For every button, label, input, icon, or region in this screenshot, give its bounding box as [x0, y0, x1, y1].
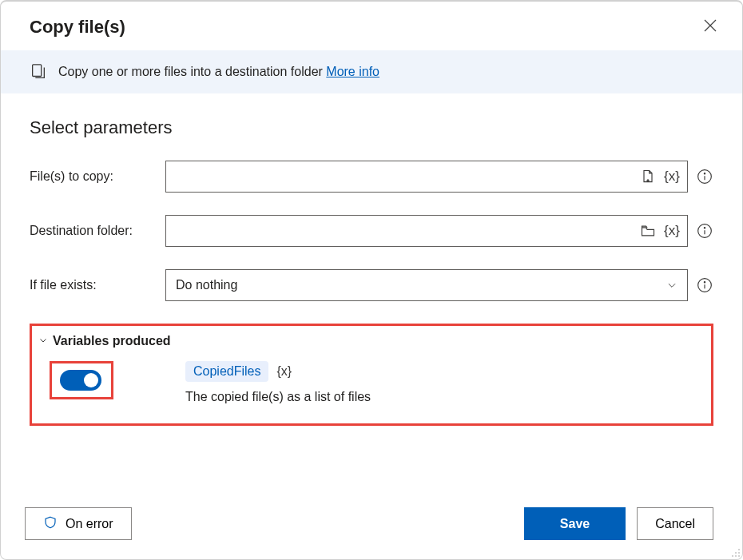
info-icon[interactable]	[696, 222, 713, 240]
save-button[interactable]: Save	[524, 507, 626, 540]
more-info-link[interactable]: More info	[326, 65, 379, 78]
cancel-button[interactable]: Cancel	[637, 507, 713, 540]
if-file-exists-row: If file exists: Do nothing	[30, 269, 713, 301]
info-text: Copy one or more files into a destinatio…	[58, 65, 379, 79]
variable-icon[interactable]: {x}	[663, 168, 681, 185]
if-file-exists-select[interactable]: Do nothing	[165, 269, 688, 301]
variable-info: CopiedFiles {x} The copied file(s) as a …	[185, 361, 371, 404]
files-to-copy-row: File(s) to copy: {x}	[30, 161, 713, 193]
destination-folder-row: Destination folder: {x}	[30, 215, 713, 247]
variables-produced-highlight: Variables produced CopiedFiles {x} The c…	[30, 324, 713, 426]
chevron-down-icon	[38, 334, 48, 348]
svg-point-16	[735, 555, 737, 557]
variables-produced-header[interactable]: Variables produced	[38, 334, 701, 348]
variable-icon[interactable]: {x}	[663, 222, 681, 240]
variable-toggle[interactable]	[60, 370, 101, 391]
info-icon[interactable]	[696, 276, 713, 294]
svg-point-12	[738, 549, 740, 550]
variable-name-pill[interactable]: CopiedFiles	[185, 361, 268, 382]
section-title: Select parameters	[30, 117, 713, 138]
files-to-copy-input[interactable]: {x}	[165, 161, 688, 193]
if-file-exists-value: Do nothing	[176, 278, 237, 292]
on-error-button[interactable]: On error	[25, 507, 132, 540]
dialog-title: Copy file(s)	[30, 17, 125, 38]
svg-point-15	[732, 555, 733, 557]
destination-folder-label: Destination folder:	[30, 224, 157, 238]
close-icon[interactable]	[701, 14, 720, 39]
files-to-copy-text[interactable]	[176, 161, 633, 192]
svg-point-10	[704, 282, 705, 283]
info-icon[interactable]	[696, 168, 713, 185]
svg-point-14	[738, 552, 740, 554]
info-bar: Copy one or more files into a destinatio…	[1, 50, 742, 93]
variables-produced-body: CopiedFiles {x} The copied file(s) as a …	[38, 361, 701, 404]
destination-folder-input[interactable]: {x}	[165, 215, 688, 247]
svg-point-13	[735, 552, 737, 554]
shield-icon	[43, 515, 58, 533]
dialog-body: Select parameters File(s) to copy: {x} D…	[1, 93, 742, 493]
copy-icon	[30, 63, 47, 81]
toggle-knob	[84, 373, 98, 387]
svg-point-7	[704, 228, 705, 228]
chevron-down-icon[interactable]	[663, 276, 681, 294]
dialog-footer: On error Save Cancel	[1, 493, 742, 559]
toggle-highlight	[50, 361, 113, 399]
files-to-copy-label: File(s) to copy:	[30, 169, 157, 184]
svg-point-4	[704, 173, 705, 174]
folder-picker-icon[interactable]	[639, 222, 657, 240]
svg-point-17	[738, 555, 740, 557]
resize-grip-icon[interactable]	[729, 546, 741, 558]
file-picker-icon[interactable]	[639, 168, 657, 185]
copy-files-dialog: Copy file(s) Copy one or more files into…	[0, 0, 743, 560]
variable-description: The copied file(s) as a list of files	[185, 390, 371, 404]
svg-rect-2	[33, 65, 42, 77]
dialog-header: Copy file(s)	[1, 2, 742, 50]
variable-token: {x}	[276, 364, 292, 379]
if-file-exists-label: If file exists:	[30, 278, 157, 292]
destination-folder-text[interactable]	[176, 216, 633, 246]
